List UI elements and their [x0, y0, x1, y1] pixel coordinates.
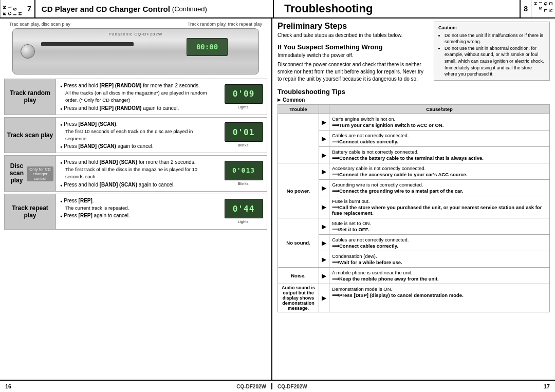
cd-device-image: Panasonic CQ-DF202W 00:00 — [12, 28, 259, 74]
th-trouble: Trouble — [278, 105, 319, 114]
cause-text: Cables are not correctly connected. — [332, 237, 547, 242]
track-repeat-content: Press [REP]. The current track is repeat… — [56, 194, 220, 229]
right-title: Troubleshooting — [273, 0, 520, 17]
right-language-label: E N G L I S H — [531, 0, 555, 17]
cause-action: ⟹Connect the grounding wire to a metal p… — [332, 188, 547, 194]
th-arrow — [319, 105, 329, 114]
disc-scan-display: 0'013 Blinks. — [220, 156, 267, 191]
cause-cell: Cables are not correctly connected. ⟹Con… — [329, 235, 550, 251]
table-row: ▶ Cables are not correctly connected. ⟹C… — [278, 235, 550, 251]
preliminary-text: Check and take steps as described in the… — [278, 32, 429, 39]
no-sound-label: No sound. — [278, 218, 319, 268]
right-footer-page: 17 — [544, 383, 550, 389]
demo-label: Audio sound is output but the display sh… — [278, 284, 319, 312]
cd-brand: Panasonic CQ-DF202W — [109, 32, 163, 36]
cause-action: ⟹Turn your car's ignition switch to ACC … — [332, 122, 547, 128]
table-row: ▶ Condensation (dew). ⟹Wait for a while … — [278, 251, 550, 268]
track-scan-label: Track scan play — [5, 118, 56, 153]
track-scan-display: 0'01 Blinks. — [220, 118, 267, 153]
cd-display: 00:00 — [187, 38, 228, 56]
disc-scan-step2: Press and hold [BAND] (SCAN) again to ca… — [60, 181, 216, 189]
preliminary-title: Preliminary Steps — [278, 22, 429, 31]
top-bar: E N G L I S H 7 CD Player and CD Changer… — [0, 0, 555, 18]
track-repeat-display: 0'44 Lights. — [220, 194, 267, 229]
disc-scan-sublabel: Only for CD changer control — [27, 166, 53, 181]
continued-text: (Continued) — [172, 5, 207, 13]
cd-slot — [41, 42, 134, 46]
cd-device-inner: Panasonic CQ-DF202W 00:00 — [13, 29, 258, 74]
track-repeat-section: Track repeatplay Press [REP]. The curren… — [4, 194, 267, 230]
track-random-step1: Press and hold [REP] (RANDOM) for more t… — [60, 82, 216, 89]
cause-action: ⟹Set it to OFF. — [332, 227, 547, 232]
bottom-left: 16 CQ-DF202W — [0, 383, 272, 389]
arrow-1: ▶ — [319, 114, 329, 130]
arrow-5: ▶ — [319, 180, 329, 196]
table-row: Audio sound is output but the display sh… — [278, 284, 550, 312]
track-repeat-step2: Press [REP] again to cancel. — [60, 212, 216, 219]
cd-controls — [21, 44, 35, 59]
table-row: Noise. ▶ A mobile phone is used near the… — [278, 268, 550, 284]
track-scan-lcd: 0'01 — [225, 122, 263, 142]
cd-image-area: Trac scan play, disc scan play Track ran… — [4, 22, 267, 74]
disc-scan-content: Press and hold [BAND] (SCAN) for more th… — [56, 156, 220, 191]
cause-action: ⟹Connect cables correctly. — [332, 243, 547, 249]
track-scan-desc: The first 10 seconds of each track on th… — [65, 128, 216, 143]
cause-text: Car's engine switch is not on. — [332, 116, 547, 122]
th-cause: Cause/Step — [329, 105, 550, 114]
cd-knob — [21, 44, 35, 59]
cd-label-left: Trac scan play, disc scan play — [9, 22, 70, 27]
table-row: No sound. ▶ Mute is set to ON. ⟹Set it t… — [278, 218, 550, 235]
arrow-7: ▶ — [319, 218, 329, 235]
track-scan-lcd-label: Blinks. — [237, 143, 250, 147]
table-row: ▶ Cables are not correctly connected. ⟹C… — [278, 130, 550, 147]
arrow-9: ▶ — [319, 251, 329, 268]
cause-text: Grounding wire is not correctly connecte… — [332, 182, 547, 188]
cause-cell: Mute is set to ON. ⟹Set it to OFF. — [329, 218, 550, 235]
no-power-label: No power. — [278, 163, 319, 218]
cause-cell: Fuse is burnt out. ⟹Call the store where… — [329, 196, 550, 218]
arrow-8: ▶ — [319, 235, 329, 251]
track-repeat-desc: The current track is repeated. — [65, 204, 216, 212]
table-row: ▶ Grounding wire is not correctly connec… — [278, 180, 550, 196]
suspect-intro: Immediately switch the power off. — [278, 52, 429, 59]
arrow-2: ▶ — [319, 130, 329, 147]
track-scan-section: Track scan play Press [BAND] (SCAN). The… — [4, 117, 267, 154]
bottom-bar: 16 CQ-DF202W CQ-DF202W 17 — [0, 380, 555, 392]
left-page-num: 7 — [24, 0, 35, 17]
track-random-step2: Press and hold [REP] (RANDOM) again to c… — [60, 104, 216, 112]
suspect-body: Disconnect the power connector and check… — [278, 61, 429, 83]
cause-action: ⟹Connect the accessory cable to your car… — [332, 172, 547, 177]
common-label: Common — [278, 97, 550, 103]
cause-text: Cables are not correctly connected. — [332, 133, 547, 138]
caution-box: Caution: Do not use the unit if it malfu… — [434, 22, 550, 81]
cd-label-right: Track random play, track repeat play — [188, 22, 262, 27]
left-language-label: E N G L I S H — [0, 0, 24, 17]
disc-scan-step1: Press and hold [BAND] (SCAN) for more th… — [60, 158, 216, 166]
cause-text: Condensation (dew). — [332, 253, 547, 259]
table-row: ▶ Car's engine switch is not on. ⟹Turn y… — [278, 114, 550, 130]
cause-cell: Car's engine switch is not on. ⟹Turn you… — [329, 114, 550, 130]
disc-scan-lcd-label: Blinks. — [237, 181, 250, 186]
cause-cell: Demonstration mode is ON. ⟹Press [DISP] … — [329, 284, 550, 312]
left-panel: Trac scan play, disc scan play Track ran… — [0, 18, 272, 380]
cause-cell: A mobile phone is used near the unit. ⟹K… — [329, 268, 550, 284]
trouble-table: Trouble Cause/Step ▶ Car's engine switch… — [278, 104, 550, 312]
track-random-content: Press and hold [REP] (RANDOM) for more t… — [56, 79, 220, 115]
cause-cell: Battery cable is not correctly connected… — [329, 147, 550, 163]
cause-cell: Grounding wire is not correctly connecte… — [329, 180, 550, 196]
caution-list: Do not use the unit if it malfunctions o… — [438, 32, 545, 78]
track-scan-step1: Press [BAND] (SCAN). — [60, 120, 216, 128]
disc-scan-lcd: 0'013 — [225, 161, 263, 180]
cd-labels-row: Trac scan play, disc scan play Track ran… — [4, 22, 267, 27]
track-scan-step2: Press [BAND] (SCAN) again to cancel. — [60, 142, 216, 150]
track-repeat-label: Track repeatplay — [5, 194, 56, 229]
cause-cell: Condensation (dew). ⟹Wait for a while be… — [329, 251, 550, 268]
cause-cell: Accessory cable is not correctly connect… — [329, 163, 550, 180]
left-title-text: CD Player and CD Changer Control — [42, 5, 170, 13]
table-row: ▶ Fuse is burnt out. ⟹Call the store whe… — [278, 196, 550, 218]
table-row: No power. ▶ Accessory cable is not corre… — [278, 163, 550, 180]
arrow-11: ▶ — [319, 284, 329, 312]
tips-title: Troubleshooting Tips — [278, 88, 550, 96]
disc-scan-section: Disc scan play Only for CD changer contr… — [4, 155, 267, 192]
track-random-lcd: 0'09 — [225, 84, 263, 104]
